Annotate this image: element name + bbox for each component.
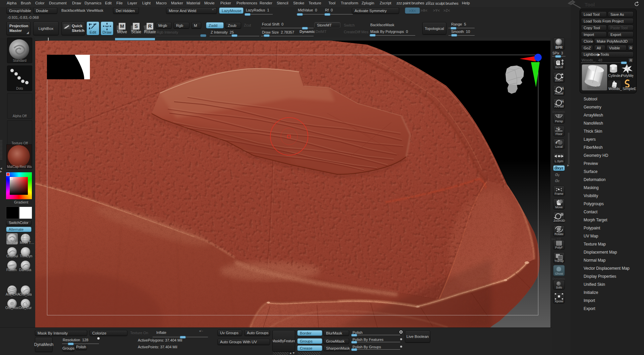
svg-text:⋨: ⋨ (556, 127, 558, 130)
svg-text:G: G (555, 141, 557, 144)
